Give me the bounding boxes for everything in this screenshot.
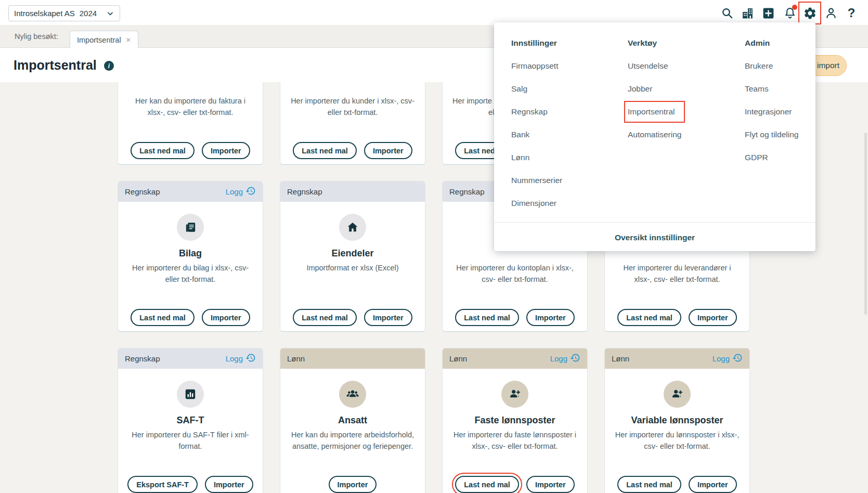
tab-label: Importsentral: [77, 36, 121, 44]
importer-button[interactable]: Importer: [526, 476, 575, 493]
menu-item-gdpr[interactable]: GDPR: [745, 150, 798, 165]
importer-button[interactable]: Importer: [689, 309, 737, 326]
card-buttons: Eksport SAF-TImporter: [118, 476, 263, 493]
card-description-line: xlsx-, csv- eller txt-format.: [447, 440, 583, 452]
importer-button[interactable]: Importer: [202, 309, 250, 326]
card-category-bar: Regnskap Logg: [118, 181, 263, 202]
menu-item-jobber[interactable]: Jobber: [628, 82, 681, 96]
last-ned-mal-button[interactable]: Last ned mal: [293, 142, 357, 159]
menu-item-bank[interactable]: Bank: [511, 127, 562, 142]
menu-item-firmaoppsett[interactable]: Firmaoppsett: [511, 59, 562, 73]
log-link[interactable]: Logg: [226, 186, 256, 198]
eksport-saf-t-button[interactable]: Eksport SAF-T: [127, 476, 198, 493]
card-category-bar: Regnskap: [280, 181, 425, 202]
card-description-line: Her kan du importere arbeidsforhold,: [284, 429, 421, 440]
help-glyph: ?: [848, 6, 856, 20]
card-category-label: Lønn: [287, 354, 305, 363]
card-buttons: Last ned malImporter: [443, 309, 587, 326]
card-title: Ansatt: [280, 415, 425, 426]
menu-item-flyt-og-tildeling[interactable]: Flyt og tildeling: [745, 127, 798, 142]
log-link[interactable]: Logg: [550, 353, 580, 365]
card-category-bar: Lønn Logg: [605, 348, 749, 369]
menu-item-dimensjoner[interactable]: Dimensjoner: [511, 196, 562, 211]
card-title: Variable lønnsposter: [605, 415, 749, 426]
company-icon[interactable]: [737, 3, 757, 23]
flexible-import-button-label: import: [817, 56, 839, 75]
page-title: Importsentral: [14, 58, 97, 73]
importer-button[interactable]: Importer: [202, 142, 250, 159]
importer-button[interactable]: Importer: [329, 476, 377, 493]
log-link-label: Logg: [226, 354, 243, 363]
search-icon[interactable]: [717, 3, 737, 23]
info-icon[interactable]: i: [104, 61, 114, 71]
menu-item-salg[interactable]: Salg: [511, 82, 562, 96]
card-description-line: Her kan du importere du faktura i: [122, 95, 258, 107]
importer-button[interactable]: Importer: [526, 309, 575, 326]
import-card-faste-lønnsposter: Lønn Logg Faste lønnsposter Her importer…: [442, 348, 588, 493]
notification-badge: [792, 5, 797, 10]
menu-column-header: Innstillinger: [511, 36, 562, 50]
last-ned-mal-button[interactable]: Last ned mal: [131, 309, 195, 326]
menu-item-integrasjoner[interactable]: Integrasjoner: [745, 105, 798, 119]
card-buttons: Last ned malImporter: [280, 309, 425, 326]
user-icon[interactable]: [821, 3, 841, 23]
last-ned-mal-button[interactable]: Last ned mal: [455, 309, 519, 326]
last-ned-mal-button[interactable]: Last ned mal: [617, 476, 681, 493]
card-description-line: xlsx-, csv- eller txt-format.: [122, 107, 258, 118]
card-title: Bilag: [118, 248, 263, 259]
card-description-line: Importformat er xlsx (Excel): [284, 262, 421, 274]
card-description-line: eller txt-format.: [122, 274, 258, 285]
last-ned-mal-button[interactable]: Last ned mal: [131, 142, 195, 159]
last-ned-mal-button[interactable]: Last ned mal: [293, 309, 357, 326]
menu-item-brukere[interactable]: Brukere: [745, 59, 798, 73]
importer-button[interactable]: Importer: [364, 142, 412, 159]
menu-item-teams[interactable]: Teams: [745, 82, 798, 96]
card-description: Importformat er xlsx (Excel): [284, 262, 421, 274]
notifications-icon[interactable]: [780, 3, 800, 23]
importer-button[interactable]: Importer: [364, 309, 412, 326]
card-description-line: xlsx-, csv- eller txt-format.: [609, 274, 745, 285]
card-category-label: Regnskap: [125, 187, 160, 196]
menu-item-automatisering[interactable]: Automatisering: [628, 127, 681, 142]
settings-dropdown-menu: InnstillingerFirmaoppsettSalgRegnskapBan…: [494, 22, 815, 251]
card-category-bar: Regnskap Logg: [118, 348, 263, 369]
company-name: Introselskapet AS: [14, 9, 75, 18]
import-card-eiendeler: Regnskap Eiendeler Importformat er xlsx …: [280, 181, 425, 332]
import-card-saf-t: Regnskap Logg SAF-T Her importerer du SA…: [118, 348, 263, 493]
menu-item-oversikt-innstillinger[interactable]: Oversikt innstillinger: [494, 230, 815, 245]
last-ned-mal-button[interactable]: Last ned mal: [617, 309, 681, 326]
people-icon: [339, 381, 366, 408]
add-icon[interactable]: [758, 3, 778, 23]
history-icon: [732, 353, 743, 365]
menu-item-nummerserier[interactable]: Nummerserier: [511, 173, 562, 188]
log-link-label: Logg: [712, 354, 730, 363]
card-description-line: Her importerer du kunder i xlsx-, csv-: [284, 95, 421, 107]
card-category-label: Regnskap: [287, 187, 322, 196]
vertical-scrollbar[interactable]: [864, 133, 867, 315]
log-link[interactable]: Logg: [226, 353, 256, 365]
help-icon[interactable]: ?: [841, 3, 861, 23]
card-description-line: Her importerer du leverandører i: [609, 262, 745, 274]
card-description-line: Her importerer du faste lønnsposter i: [447, 429, 583, 440]
tab-importsentral[interactable]: Importsentral ✕: [70, 31, 138, 48]
menu-item-importsentral[interactable]: Importsentral: [628, 105, 681, 119]
card-description: Her kan du importere arbeidsforhold,ansa…: [284, 429, 421, 452]
tab-close-icon[interactable]: ✕: [126, 36, 131, 44]
last-ned-mal-button[interactable]: Last ned mal: [455, 476, 519, 493]
menu-item-lønn[interactable]: Lønn: [511, 150, 562, 165]
settings-icon[interactable]: [800, 3, 820, 23]
importer-button[interactable]: Importer: [689, 476, 737, 493]
importer-button[interactable]: Importer: [205, 476, 253, 493]
menu-item-utsendelse[interactable]: Utsendelse: [628, 59, 681, 73]
card-buttons: Last ned malImporter: [118, 309, 263, 326]
company-selector[interactable]: Introselskapet AS 2024: [8, 5, 120, 21]
card-buttons: Last ned malImporter: [280, 142, 425, 159]
history-icon: [245, 353, 256, 365]
card-description-line: ansatte, permisjoner og feriepenger.: [284, 440, 421, 452]
log-link[interactable]: Logg: [712, 353, 743, 365]
menu-item-regnskap[interactable]: Regnskap: [511, 105, 562, 119]
bar-chart-icon: [177, 381, 204, 408]
card-description: Her importerer du kontoplan i xlsx-,csv-…: [447, 262, 583, 285]
card-description: Her importerer du lønnsposter i xlsx-,cs…: [609, 429, 745, 452]
card-buttons: Last ned malImporter: [118, 142, 263, 159]
